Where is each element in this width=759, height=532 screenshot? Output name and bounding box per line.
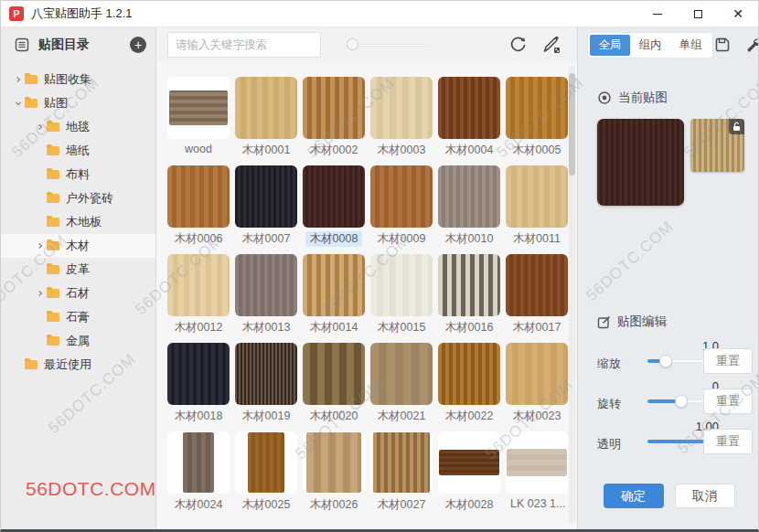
texture-thumbnail[interactable]: [167, 343, 230, 405]
minimize-button[interactable]: [637, 1, 678, 27]
lock-toggle[interactable]: [729, 119, 744, 134]
cancel-button[interactable]: 取消: [675, 484, 735, 508]
texture-thumbnail[interactable]: [235, 343, 297, 405]
settings-wrench-icon[interactable]: [743, 35, 759, 55]
scope-tab-active[interactable]: 全局: [590, 35, 630, 56]
pick-texture-button[interactable]: [540, 34, 562, 56]
texture-cell[interactable]: 木材0008: [303, 165, 365, 247]
tree-item[interactable]: 贴图收集: [1, 68, 155, 91]
thumbnail-size-slider[interactable]: [347, 38, 431, 51]
texture-thumbnail[interactable]: [506, 165, 568, 228]
save-button[interactable]: [712, 35, 732, 55]
texture-cell[interactable]: 木材0003: [370, 77, 433, 158]
tree-item[interactable]: 皮革: [1, 258, 155, 282]
texture-thumbnail[interactable]: [506, 431, 568, 494]
texture-cell[interactable]: 木材0018: [167, 343, 230, 424]
texture-cell[interactable]: 木材0020: [303, 343, 365, 424]
tree-item[interactable]: 地毯: [1, 115, 155, 139]
search-input[interactable]: [167, 32, 321, 58]
texture-cell[interactable]: 木材0010: [438, 165, 500, 247]
texture-thumbnail[interactable]: [506, 343, 568, 405]
tree-item[interactable]: 布料: [1, 163, 155, 186]
texture-thumbnail[interactable]: [303, 254, 365, 316]
texture-cell[interactable]: 木材0011: [506, 165, 568, 247]
add-folder-button[interactable]: +: [130, 37, 146, 53]
texture-cell[interactable]: 木材0016: [438, 254, 500, 335]
tree-item[interactable]: 墙纸: [1, 139, 155, 163]
texture-thumbnail[interactable]: [167, 431, 230, 494]
texture-thumbnail[interactable]: [370, 77, 433, 139]
refresh-button[interactable]: [507, 34, 529, 56]
texture-thumbnail[interactable]: [303, 431, 365, 494]
texture-cell[interactable]: 木材0021: [370, 343, 433, 424]
texture-cell[interactable]: LK 023 1...: [506, 431, 568, 510]
texture-thumbnail[interactable]: [303, 77, 365, 139]
size-slider-thumb[interactable]: [347, 38, 358, 50]
texture-thumbnail[interactable]: [235, 431, 297, 494]
texture-cell[interactable]: 木材0015: [370, 254, 433, 335]
expand-arrow-icon[interactable]: [34, 242, 47, 250]
texture-cell[interactable]: 木材0022: [438, 343, 500, 424]
expand-arrow-icon[interactable]: [34, 123, 47, 131]
texture-cell[interactable]: 木材0019: [235, 343, 297, 424]
texture-cell[interactable]: 木材0002: [303, 77, 365, 158]
reset-button[interactable]: 重置: [703, 348, 753, 374]
tree-item[interactable]: 木地板: [1, 210, 155, 234]
reset-button[interactable]: 重置: [703, 388, 753, 414]
expand-arrow-icon[interactable]: [34, 290, 47, 297]
texture-thumbnail[interactable]: [370, 254, 433, 316]
reset-button[interactable]: 重置: [703, 429, 753, 454]
close-button[interactable]: ✕: [718, 1, 758, 27]
texture-cell[interactable]: 木材0001: [235, 77, 297, 158]
slider-thumb[interactable]: [659, 355, 672, 367]
texture-thumbnail[interactable]: [438, 77, 500, 139]
linked-texture-preview[interactable]: [690, 119, 744, 172]
tree-item[interactable]: 贴图: [1, 91, 155, 115]
texture-thumbnail[interactable]: [438, 254, 500, 316]
texture-cell[interactable]: 木材0017: [506, 254, 568, 335]
texture-thumbnail[interactable]: [235, 254, 297, 316]
texture-cell[interactable]: 木材0012: [167, 254, 230, 335]
tree-item[interactable]: 石材: [1, 282, 155, 305]
texture-cell[interactable]: 木材0006: [167, 165, 230, 247]
texture-cell[interactable]: wood: [167, 77, 230, 155]
texture-thumbnail[interactable]: [235, 165, 297, 228]
maximize-button[interactable]: [678, 1, 718, 27]
texture-cell[interactable]: 木材0007: [235, 165, 297, 247]
texture-cell[interactable]: 木材0027: [370, 431, 433, 513]
texture-thumbnail[interactable]: [303, 343, 365, 405]
texture-cell[interactable]: 木材0025: [235, 431, 297, 513]
texture-thumbnail[interactable]: [235, 77, 297, 139]
scope-tab-item[interactable]: 单组: [670, 35, 711, 56]
texture-cell[interactable]: 木材0024: [167, 431, 230, 513]
texture-thumbnail[interactable]: [438, 431, 500, 494]
texture-thumbnail[interactable]: [370, 431, 433, 494]
grid-scrollbar-thumb[interactable]: [569, 73, 575, 176]
tree-item[interactable]: 金属: [1, 329, 155, 353]
texture-cell[interactable]: 木材0005: [506, 77, 568, 158]
texture-thumbnail[interactable]: [167, 77, 230, 139]
texture-cell[interactable]: 木材0023: [506, 343, 568, 424]
texture-cell[interactable]: 木材0013: [235, 254, 297, 335]
texture-thumbnail[interactable]: [506, 254, 568, 316]
current-texture-preview[interactable]: [597, 119, 684, 206]
texture-thumbnail[interactable]: [370, 165, 433, 228]
expand-arrow-icon[interactable]: [12, 76, 25, 83]
texture-cell[interactable]: 木材0026: [303, 431, 365, 513]
texture-cell[interactable]: 木材0004: [438, 77, 500, 158]
tree-item[interactable]: 石膏: [1, 305, 155, 329]
grid-scrollbar[interactable]: [569, 66, 575, 523]
texture-thumbnail[interactable]: [438, 165, 500, 228]
texture-thumbnail[interactable]: [167, 165, 230, 228]
scope-tab-item[interactable]: 组内: [630, 35, 670, 56]
tree-item[interactable]: 最近使用: [1, 353, 155, 377]
texture-cell[interactable]: 木材0028: [438, 431, 500, 513]
tree-item[interactable]: 木材: [1, 234, 155, 258]
texture-thumbnail[interactable]: [370, 343, 433, 405]
expand-arrow-icon[interactable]: [12, 100, 25, 107]
tree-item[interactable]: 户外瓷砖: [1, 186, 155, 210]
ok-button[interactable]: 确定: [604, 484, 664, 508]
texture-cell[interactable]: 木材0014: [303, 254, 365, 335]
texture-cell[interactable]: 木材0009: [370, 165, 433, 247]
texture-thumbnail[interactable]: [506, 77, 568, 139]
